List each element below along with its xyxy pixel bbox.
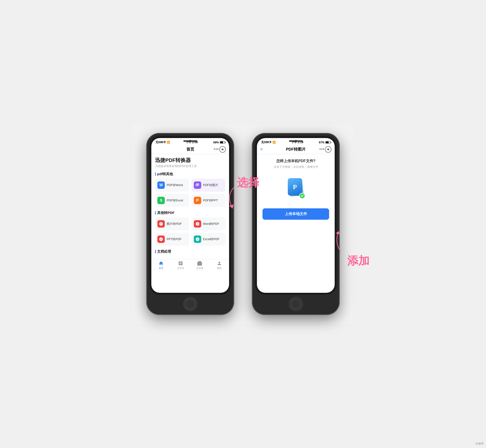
annotation-add: 添加 bbox=[347, 255, 370, 267]
upload-local-file-button[interactable]: 上传本地文件 bbox=[262, 208, 329, 220]
ppt-to-pdf-label: PPT转PDF bbox=[167, 237, 181, 241]
tool-pdf-to-image[interactable]: PDF转图片 bbox=[192, 179, 226, 192]
tab-profile-label: 我的 bbox=[217, 267, 222, 270]
section-pdf-to-other-title: pdf转其他 bbox=[155, 172, 225, 176]
tab-files-label: 文件库 bbox=[177, 267, 184, 270]
tab-home-label: 首页 bbox=[159, 267, 163, 270]
phone-1-battery-fill bbox=[220, 142, 223, 143]
phone-2-home-inner bbox=[291, 299, 301, 309]
phone-2-target-icon[interactable] bbox=[325, 146, 332, 153]
section-other-to-pdf: 其他转PDF 图片转PDF bbox=[155, 211, 225, 246]
phone-1: 无SIM卡 📶 下午 2:09 69% bbox=[147, 133, 234, 315]
section-other-to-pdf-title: 其他转PDF bbox=[155, 211, 225, 215]
pdf-to-word-label: PDF转Word bbox=[167, 183, 183, 187]
ppt-to-pdf-icon bbox=[157, 235, 165, 243]
tool-image-to-pdf[interactable]: 图片转PDF bbox=[155, 217, 189, 230]
tool-pdf-to-word[interactable]: W PDF转Word bbox=[155, 179, 189, 192]
section-doc-process: 文档处理 bbox=[155, 249, 225, 254]
section-bar-icon bbox=[155, 172, 156, 176]
tab-profile-icon bbox=[217, 261, 222, 266]
pdf-to-image-label: PDF转图片 bbox=[203, 183, 218, 187]
pdf-to-excel-label: PDF转Excel bbox=[167, 198, 183, 202]
phone-1-status-right: 69% bbox=[213, 141, 225, 144]
phone-2-inner: 无SIM卡 📶 下午 2:18 67% bbox=[255, 136, 337, 295]
tab-profile[interactable]: 我的 bbox=[210, 261, 229, 270]
phone-1-nav-title: 首页 bbox=[186, 147, 194, 152]
phone-2-screen: 无SIM卡 📶 下午 2:18 67% bbox=[257, 138, 335, 293]
pdf-document-icon: P bbox=[287, 178, 305, 198]
section-pdf-to-other: pdf转其他 W PDF转Word bbox=[155, 172, 225, 207]
check-badge bbox=[299, 193, 305, 199]
image-to-pdf-icon bbox=[157, 220, 165, 228]
tab-files-icon bbox=[178, 261, 183, 266]
excel-to-pdf-label: Excel转PDF bbox=[203, 237, 219, 241]
pdf-to-ppt-label: PDF转PPT bbox=[203, 198, 218, 202]
phone-1-battery-text: 69% bbox=[213, 141, 219, 144]
phone-1-camera bbox=[189, 140, 192, 142]
phone-2-back-button[interactable]: < bbox=[260, 147, 263, 152]
phone-1-home-inner bbox=[185, 299, 196, 309]
upload-question: 怎样上传本机PDF文件? bbox=[262, 159, 329, 164]
tab-tools-icon bbox=[197, 261, 202, 266]
phones-row: 无SIM卡 📶 下午 2:09 69% bbox=[147, 133, 339, 315]
tab-home[interactable]: 首页 bbox=[151, 261, 171, 270]
phone-2-nav-bar: < PDF转图片 ••• bbox=[257, 145, 335, 154]
app-title: 迅捷PDF转换器 bbox=[155, 157, 225, 164]
upload-section: 怎样上传本机PDF文件? 点击下方按钮→点击浏览→选择文件 bbox=[257, 154, 335, 224]
other-to-pdf-grid: 图片转PDF Word转PDF bbox=[155, 217, 225, 246]
pdf-letter: P bbox=[293, 183, 297, 191]
phone-1-home-button[interactable] bbox=[183, 297, 197, 311]
app-header: 迅捷PDF转换器 为您提供简单好用的PDF处理工具 bbox=[155, 157, 225, 168]
phone-2-wifi-icon: 📶 bbox=[273, 141, 276, 144]
tool-pdf-to-excel[interactable]: S PDF转Excel bbox=[155, 194, 189, 207]
phone-1-tab-bar: 首页 文件库 bbox=[151, 259, 229, 272]
phone-1-battery-icon bbox=[220, 141, 225, 144]
phone-2-wrapper: 无SIM卡 📶 下午 2:18 67% bbox=[252, 133, 339, 315]
section-bar-icon-2 bbox=[155, 211, 156, 215]
tool-pdf-to-ppt[interactable]: P PDF转PPT bbox=[192, 194, 226, 207]
upload-hint: 点击下方按钮→点击浏览→选择文件 bbox=[262, 165, 329, 169]
phone-2-nav-title: PDF转图片 bbox=[286, 147, 306, 152]
phone-2-status-left: 无SIM卡 📶 bbox=[261, 140, 276, 144]
pdf-icon-wrapper: P bbox=[287, 178, 305, 199]
pdf-to-word-icon: W bbox=[157, 181, 165, 189]
phone-1-screen-content: 迅捷PDF转换器 为您提供简单好用的PDF处理工具 pdf转其他 bbox=[151, 154, 229, 259]
pdf-to-ppt-icon: P bbox=[194, 197, 201, 204]
phone-1-carrier: 无SIM卡 bbox=[155, 140, 166, 144]
app-subtitle: 为您提供简单好用的PDF处理工具 bbox=[155, 164, 225, 168]
svg-point-2 bbox=[196, 184, 197, 185]
upload-icon-area: P bbox=[262, 178, 329, 199]
phone-2-camera bbox=[295, 140, 297, 142]
pdf-to-image-icon bbox=[194, 181, 201, 189]
watermark: 笑傲网 bbox=[475, 442, 484, 446]
pdf-to-other-grid: W PDF转Word PDF转图片 bbox=[155, 179, 225, 207]
image-to-pdf-label: 图片转PDF bbox=[167, 222, 182, 226]
word-to-pdf-icon bbox=[194, 220, 201, 228]
phone-2-home-button[interactable] bbox=[289, 297, 303, 311]
phone-2-battery-icon bbox=[325, 141, 331, 144]
tab-tools-label: 百宝箱 bbox=[196, 267, 203, 270]
tool-excel-to-pdf[interactable]: Excel转PDF bbox=[192, 233, 226, 246]
phone-1-wifi-icon: 📶 bbox=[167, 141, 170, 144]
tool-word-to-pdf[interactable]: Word转PDF bbox=[192, 217, 226, 230]
excel-to-pdf-icon bbox=[194, 235, 201, 243]
word-to-pdf-label: Word转PDF bbox=[203, 222, 219, 226]
phone-1-wrapper: 无SIM卡 📶 下午 2:09 69% bbox=[147, 133, 234, 315]
tab-tools[interactable]: 百宝箱 bbox=[190, 261, 210, 270]
phone-1-nav-bar: 首页 ••• bbox=[151, 145, 229, 154]
phone-2-carrier: 无SIM卡 bbox=[261, 140, 272, 144]
phone-1-screen: 无SIM卡 📶 下午 2:09 69% bbox=[151, 138, 229, 293]
pdf-to-excel-icon: S bbox=[157, 197, 165, 204]
phone-1-inner: 无SIM卡 📶 下午 2:09 69% bbox=[149, 136, 231, 295]
tab-files[interactable]: 文件库 bbox=[171, 261, 190, 270]
phone-2-status-right: 67% bbox=[319, 141, 331, 144]
tool-ppt-to-pdf[interactable]: PPT转PDF bbox=[155, 233, 189, 246]
phone-1-status-left: 无SIM卡 📶 bbox=[155, 140, 170, 144]
phone-1-more-button[interactable]: ••• bbox=[214, 147, 219, 152]
section-doc-process-title: 文档处理 bbox=[155, 249, 225, 254]
phone-2: 无SIM卡 📶 下午 2:18 67% bbox=[252, 133, 339, 315]
section-bar-icon-3 bbox=[155, 250, 156, 253]
phone-1-target-icon[interactable] bbox=[219, 146, 226, 153]
phone-2-battery-fill bbox=[326, 142, 329, 143]
phone-2-more-button[interactable]: ••• bbox=[319, 147, 324, 152]
